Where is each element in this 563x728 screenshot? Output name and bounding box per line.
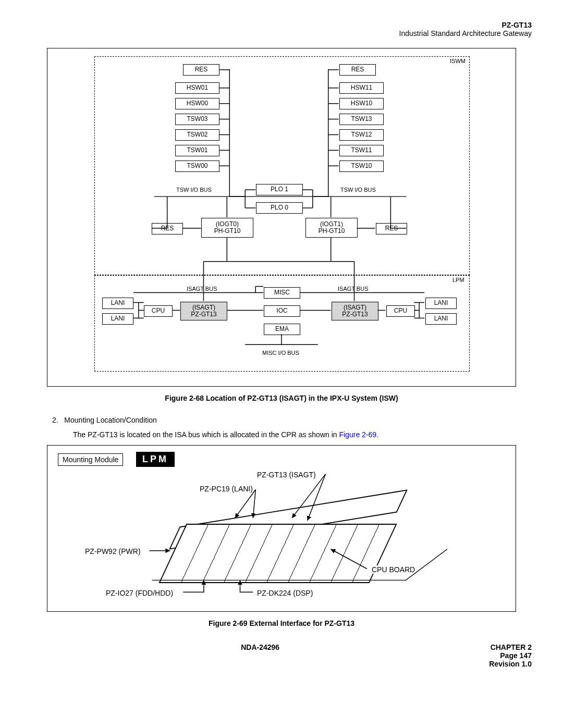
lani-tl: LANI — [102, 298, 133, 309]
right-tsw12: TSW12 — [339, 129, 384, 141]
section-title: Mounting Location/Condition — [64, 416, 156, 424]
section-2: 2. Mounting Location/Condition — [52, 416, 532, 424]
lani-bl: LANI — [102, 313, 133, 325]
tsw-bus-right: TSW I/O BUS — [339, 187, 377, 193]
label-dsp: PZ-DK224 (DSP) — [256, 589, 314, 597]
isagt-left: (ISAGT) PZ-GT13 — [180, 302, 227, 320]
figure-69-caption: Figure 2-69 External Interface for PZ-GT… — [31, 619, 532, 627]
lani-br: LANI — [425, 313, 457, 325]
left-tsw03: TSW03 — [175, 114, 219, 125]
right-hsw10: HSW10 — [339, 98, 384, 109]
phgt10-right: PH-GT10 — [319, 228, 345, 235]
isagt-left-l2: PZ-GT13 — [191, 311, 216, 318]
cpu-left: CPU — [144, 305, 173, 317]
res-right: RES — [376, 223, 407, 235]
left-tsw02: TSW02 — [175, 129, 219, 141]
isagt-right: (ISAGT) PZ-GT13 — [332, 302, 378, 320]
page-header: PZ-GT13 Industrial Standard Architecture… — [31, 21, 532, 38]
section-body: The PZ-GT13 is located on the ISA bus wh… — [73, 430, 532, 439]
iswm-region — [94, 56, 470, 275]
chapter: CHAPTER 2 — [489, 643, 532, 651]
ema-box: EMA — [264, 324, 300, 335]
left-hsw00: HSW00 — [175, 98, 219, 109]
figure-68-frame: ISWM LPM RES HSW01 HSW00 TSW03 TSW02 TSW… — [47, 48, 516, 387]
doc-number: NDA-24296 — [241, 643, 279, 668]
label-lani: PZ-PC19 (LANI) — [199, 485, 254, 493]
left-tsw00: TSW00 — [175, 161, 219, 172]
right-tsw13: TSW13 — [339, 114, 384, 125]
lpm-label: LPM — [451, 277, 466, 283]
label-cpu: CPU BOARD — [371, 565, 416, 574]
left-hsw01: HSW01 — [175, 82, 219, 94]
left-tsw01: TSW01 — [175, 145, 219, 156]
right-res: RES — [339, 64, 376, 76]
cpu-right: CPU — [386, 305, 415, 317]
lani-tr: LANI — [425, 298, 457, 309]
misc-box: MISC — [264, 287, 300, 299]
subtitle: Industrial Standard Architecture Gateway — [31, 29, 532, 38]
right-hsw11: HSW11 — [339, 82, 384, 94]
label-pwr: PZ-PW92 (PWR) — [84, 547, 142, 556]
label-isagt: PZ-GT13 (ISAGT) — [256, 471, 317, 479]
plo0: PLO 0 — [256, 202, 303, 214]
iogt0-box: (IOGT0) PH-GT10 — [201, 218, 253, 238]
ioc-box: IOC — [264, 305, 300, 317]
lpm-tag: LPM — [136, 452, 175, 467]
misc-bus-label: MISC I/O BUS — [261, 350, 300, 356]
iogt1-box: (IOGT1) PH-GT10 — [305, 218, 358, 238]
section-num: 2. — [52, 416, 58, 424]
left-res: RES — [183, 64, 219, 76]
right-tsw11: TSW11 — [339, 145, 384, 156]
revision: Revision 1.0 — [489, 660, 532, 668]
label-fdd: PZ-IO27 (FDD/HDD) — [105, 589, 174, 597]
page-footer: NDA-24296 CHAPTER 2 Page 147 Revision 1.… — [31, 643, 532, 668]
isagt-right-l2: PZ-GT13 — [342, 311, 368, 318]
body-pre: The PZ-GT13 is located on the ISA bus wh… — [73, 430, 339, 439]
phgt10-left: PH-GT10 — [214, 228, 241, 235]
body-post: . — [376, 430, 378, 439]
page-no: Page 147 — [489, 651, 532, 660]
svg-line-58 — [235, 489, 256, 518]
part-number: PZ-GT13 — [31, 21, 532, 29]
plo1: PLO 1 — [256, 184, 303, 195]
iswm-label: ISWM — [449, 58, 467, 64]
isagt-bus-right: ISAGT BUS — [337, 286, 369, 292]
right-tsw10: TSW10 — [339, 161, 384, 172]
tsw-bus-left: TSW I/O BUS — [175, 187, 213, 193]
figure-link[interactable]: Figure 2-69 — [339, 430, 376, 439]
figure-68-caption: Figure 2-68 Location of PZ-GT13 (ISAGT) … — [31, 394, 532, 402]
isagt-bus-left: ISAGT BUS — [186, 286, 218, 292]
chassis — [158, 524, 397, 583]
figure-69-frame: Mounting Module LPM PZ-GT13 (ISAGT) PZ-P… — [47, 445, 516, 612]
mounting-module-tag: Mounting Module — [58, 453, 123, 466]
res-left: RES — [152, 223, 183, 235]
